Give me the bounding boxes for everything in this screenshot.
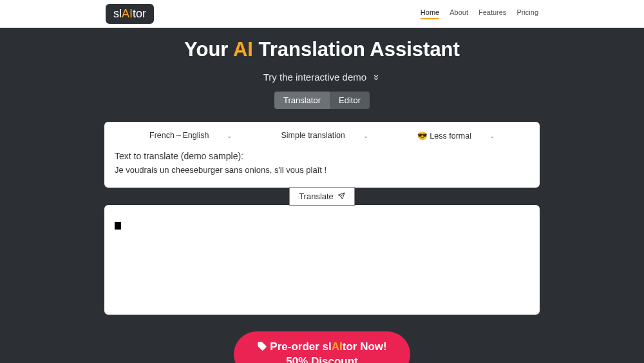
lang-selector-label: French→English <box>149 131 209 140</box>
cta-line1-ai: AI <box>332 340 343 353</box>
selectors-row: French→English ⌄ Simple translation ⌄ 😎 … <box>115 131 529 141</box>
demo-panel: French→English ⌄ Simple translation ⌄ 😎 … <box>104 122 540 315</box>
tone-selector[interactable]: 😎 Less formal ⌄ <box>417 131 495 141</box>
text-cursor <box>115 222 121 230</box>
hero-section: Your AI Translation Assistant Try the in… <box>0 28 644 363</box>
cta-line2: 50% Discount <box>286 355 357 363</box>
translate-button[interactable]: Translate <box>289 187 355 206</box>
tag-icon <box>257 341 267 351</box>
lang-selector[interactable]: French→English ⌄ <box>149 131 232 141</box>
chevron-down-icon: ⌄ <box>227 132 232 139</box>
chevron-double-down-icon <box>372 73 381 84</box>
translate-button-label: Translate <box>299 191 334 201</box>
nav-home[interactable]: Home <box>421 8 439 19</box>
chevron-down-icon: ⌄ <box>489 132 495 139</box>
input-label: Text to translate (demo sample): <box>115 151 529 161</box>
logo-post: tor <box>133 7 146 20</box>
tab-editor[interactable]: Editor <box>330 92 370 109</box>
top-nav: slAItor Home About Features Pricing <box>0 0 644 28</box>
nav-about[interactable]: About <box>450 8 468 19</box>
logo-pre: sl <box>113 7 122 20</box>
nav-features[interactable]: Features <box>478 8 506 19</box>
input-panel: French→English ⌄ Simple translation ⌄ 😎 … <box>104 122 540 188</box>
nav-links: Home About Features Pricing <box>421 8 538 19</box>
output-panel[interactable] <box>104 205 540 315</box>
mode-tabs: Translator Editor <box>0 92 644 109</box>
logo[interactable]: slAItor <box>106 4 154 24</box>
logo-ai: AI <box>122 7 133 20</box>
demo-text-label: Try the interactive demo <box>263 72 366 83</box>
title-ai: AI <box>233 38 253 61</box>
cta-line1-post: tor Now! <box>343 340 387 353</box>
title-pre: Your <box>184 38 233 61</box>
mode-selector-label: Simple translation <box>281 131 345 140</box>
title-post: Translation Assistant <box>253 38 460 61</box>
tab-translator[interactable]: Translator <box>274 92 330 109</box>
nav-pricing[interactable]: Pricing <box>516 8 538 19</box>
preorder-button[interactable]: Pre-order slAItor Now!50% Discount <box>234 331 410 363</box>
mode-selector[interactable]: Simple translation ⌄ <box>281 131 368 141</box>
tone-selector-label: 😎 Less formal <box>417 131 471 141</box>
hero-title: Your AI Translation Assistant <box>0 38 644 61</box>
cta-wrap: Pre-order slAItor Now!50% Discount <box>0 331 644 363</box>
send-icon <box>337 192 345 200</box>
demo-subtitle: Try the interactive demo <box>0 72 644 84</box>
chevron-down-icon: ⌄ <box>363 132 368 139</box>
cta-line1-pre: Pre-order sl <box>270 340 331 353</box>
translate-btn-wrap: Translate <box>104 187 540 206</box>
input-textarea[interactable]: Je voudrais un cheeseburger sans onions,… <box>115 165 529 175</box>
